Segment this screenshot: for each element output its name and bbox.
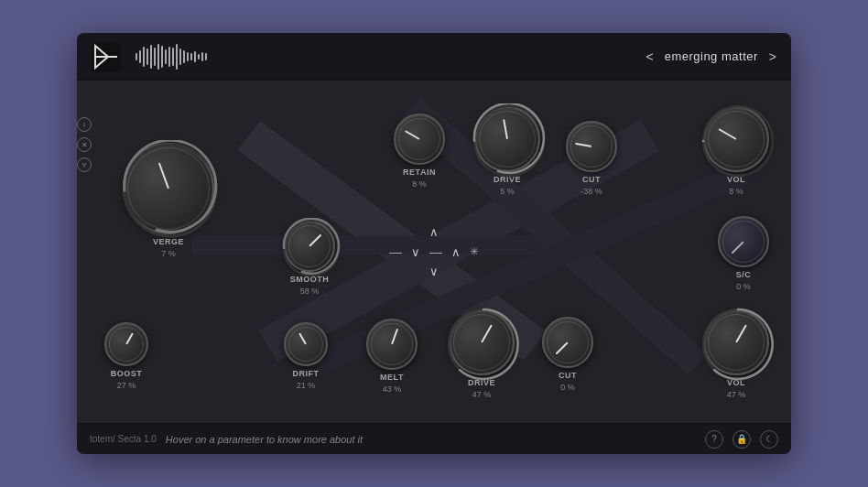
vol-top-value: 8 % (729, 187, 743, 196)
smooth-knob-container: SMOOTH 58 % (284, 221, 335, 296)
left-icons: i ✕ Y (77, 117, 92, 172)
drive-top-value: 5 % (500, 187, 515, 196)
preset-name: emerging matter (665, 49, 758, 63)
drive-top-knob-container: DRIVE 5 % (474, 106, 540, 196)
star-btn[interactable]: ✳ (470, 245, 479, 258)
footer: totem/ Secta 1.0 Hover on a parameter to… (77, 423, 791, 454)
vol-top-label: VOL (727, 175, 745, 184)
chevron-down-mid-btn[interactable]: ∨ (411, 245, 420, 259)
hint-text: Hover on a parameter to know more about … (166, 434, 363, 445)
drive-bot-value: 47 % (472, 390, 492, 399)
svg-point-12 (449, 309, 518, 379)
melt-knob-container: MELT 43 % (366, 319, 418, 394)
preset-next-button[interactable]: > (769, 50, 776, 63)
cut-top-label: CUT (582, 175, 601, 184)
main-area: i ✕ Y VERGE 7 % (77, 81, 791, 423)
smooth-label: SMOOTH (290, 275, 330, 284)
sc-knob-container: S/C 0 % (718, 216, 769, 291)
retain-top-label: RETAIN (403, 168, 436, 177)
vol-top-knob[interactable] (703, 106, 769, 172)
retain-top-value: 8 % (412, 179, 427, 189)
help-icon-btn[interactable]: ? (705, 430, 723, 449)
retain-top-knob[interactable] (394, 114, 445, 165)
vol-bot-knob-container: VOL 47 % (703, 309, 769, 399)
plugin-window: < emerging matter > i ✕ Y (77, 33, 791, 454)
brand-label: totem/ Secta 1.0 (90, 434, 157, 444)
drive-bot-label: DRIVE (468, 378, 495, 387)
cut-bot-knob[interactable] (542, 317, 593, 368)
chevron-up-btn[interactable]: ∧ (429, 225, 439, 239)
preset-nav: < emerging matter > (646, 49, 776, 63)
boost-knob-container: BOOST 27 % (104, 322, 148, 390)
cut-top-value: -38 % (580, 187, 602, 196)
sc-knob[interactable] (718, 216, 769, 267)
sc-label: S/C (736, 270, 752, 279)
dark-mode-icon-btn[interactable]: ☾ (760, 430, 778, 449)
drift-knob[interactable] (284, 322, 328, 366)
header: < emerging matter > (77, 33, 791, 81)
svg-point-9 (284, 221, 339, 276)
verge-knob-container: VERGE 7 % (123, 143, 214, 258)
chevron-up-mid-btn[interactable]: ∧ (451, 245, 461, 259)
vol-top-knob-container: VOL 8 % (703, 106, 769, 196)
footer-icons: ? 🔒 ☾ (705, 430, 778, 449)
melt-label: MELT (380, 373, 404, 382)
drive-bot-knob[interactable] (449, 309, 515, 375)
lock-icon-btn[interactable]: 🔒 (732, 430, 751, 449)
drift-label: DRIFT (293, 369, 320, 378)
smooth-knob[interactable] (284, 221, 335, 272)
verge-label: VERGE (153, 237, 184, 246)
boost-label: BOOST (111, 369, 143, 378)
cut-bot-label: CUT (559, 371, 577, 380)
dash2-btn[interactable]: — (429, 244, 442, 259)
drift-knob-container: DRIFT 21 % (284, 322, 328, 390)
icon-y[interactable]: Y (77, 157, 92, 172)
vol-bot-value: 47 % (727, 390, 746, 399)
chevron-down-btn[interactable]: ∨ (429, 265, 439, 278)
svg-point-10 (474, 106, 544, 176)
boost-knob[interactable] (104, 322, 148, 366)
cut-top-knob-container: CUT -38 % (566, 121, 617, 196)
drive-top-label: DRIVE (494, 175, 521, 184)
vol-bot-label: VOL (727, 378, 745, 387)
verge-value: 7 % (161, 249, 176, 258)
melt-value: 43 % (383, 384, 402, 394)
melt-knob[interactable] (366, 319, 418, 370)
svg-point-11 (703, 106, 773, 176)
icon-i[interactable]: i (77, 117, 92, 132)
drive-top-knob[interactable] (474, 106, 540, 172)
preset-prev-button[interactable]: < (646, 50, 653, 63)
svg-point-8 (125, 145, 216, 236)
retain-top-knob-container: RETAIN 8 % (394, 114, 445, 189)
cut-bot-knob-container: CUT 0 % (542, 317, 593, 392)
sc-value: 0 % (736, 282, 751, 291)
drift-value: 21 % (297, 381, 316, 390)
dash-btn[interactable]: — (389, 244, 402, 259)
drive-bot-knob-container: DRIVE 47 % (449, 309, 515, 399)
waveform-display (136, 42, 631, 71)
icon-x[interactable]: ✕ (77, 137, 92, 152)
boost-value: 27 % (117, 381, 136, 390)
verge-knob[interactable] (123, 143, 214, 234)
cut-bot-value: 0 % (560, 383, 575, 392)
smooth-value: 58 % (300, 287, 320, 296)
vol-bot-knob[interactable] (703, 309, 769, 375)
logo-icon (92, 42, 121, 71)
svg-point-13 (703, 309, 773, 379)
cut-top-knob[interactable] (566, 121, 617, 172)
